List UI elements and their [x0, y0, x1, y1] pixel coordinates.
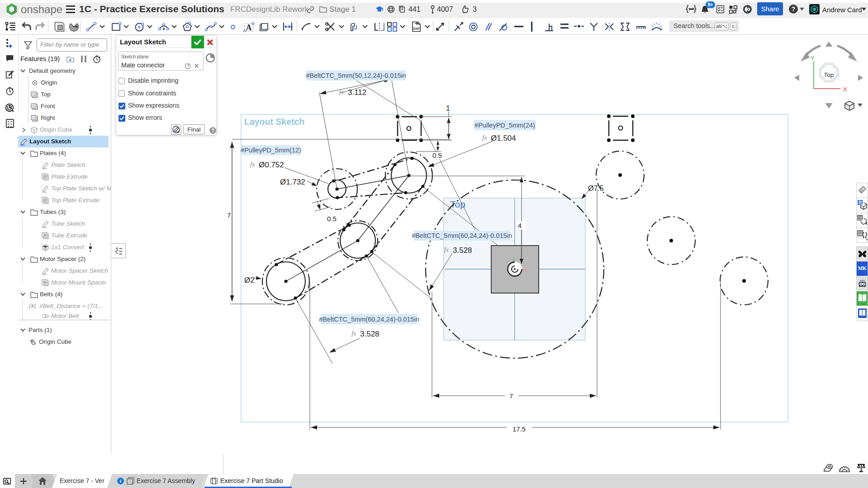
svg-text:Ø1.732: Ø1.732	[280, 178, 305, 186]
svg-text:Y: Y	[811, 55, 815, 62]
svg-text:Ø2: Ø2	[244, 276, 255, 284]
svg-text:fx: fx	[250, 161, 255, 168]
svg-text:0.5: 0.5	[432, 152, 442, 159]
svg-text:X: X	[843, 86, 847, 93]
svg-text:#BeltCTC_5mm(50,12,24)-0.015in: #BeltCTC_5mm(50,12,24)-0.015in	[306, 72, 406, 79]
svg-text:#PulleyPD_5mm(24): #PulleyPD_5mm(24)	[474, 122, 535, 129]
svg-text:1: 1	[446, 104, 450, 112]
svg-text:fx: fx	[351, 330, 356, 337]
svg-text:7: 7	[509, 392, 513, 400]
svg-text:Ø1.504: Ø1.504	[491, 134, 516, 142]
svg-text:17.5: 17.5	[512, 425, 526, 433]
svg-text:A: A	[246, 23, 252, 32]
svg-text:3.528: 3.528	[360, 330, 379, 338]
svg-text:Top: Top	[824, 71, 834, 78]
svg-text:3.528: 3.528	[453, 246, 472, 255]
svg-text:Ø7.5: Ø7.5	[588, 185, 604, 192]
svg-text:0.5: 0.5	[327, 215, 337, 223]
svg-text:#PulleyPD_5mm(12): #PulleyPD_5mm(12)	[241, 147, 301, 154]
svg-text:fx: fx	[482, 134, 487, 141]
svg-text:#BeltCTC_5mm(60,24,24)-0.015in: #BeltCTC_5mm(60,24,24)-0.015in	[412, 232, 512, 239]
svg-text:Ø0.752: Ø0.752	[259, 161, 284, 169]
svg-text:Layout Sketch: Layout Sketch	[244, 117, 304, 127]
svg-text:3.112: 3.112	[348, 88, 366, 97]
svg-text:#BeltCTC_5mm(60,24,24)-0.015in: #BeltCTC_5mm(60,24,24)-0.015in	[319, 316, 419, 323]
svg-text:7: 7	[227, 211, 231, 219]
svg-text:fx: fx	[339, 89, 344, 95]
svg-text:4: 4	[518, 222, 522, 229]
svg-text:DXF: DXF	[413, 27, 420, 30]
svg-text:●●●: ●●●	[860, 279, 865, 282]
svg-text:fx: fx	[444, 246, 449, 253]
